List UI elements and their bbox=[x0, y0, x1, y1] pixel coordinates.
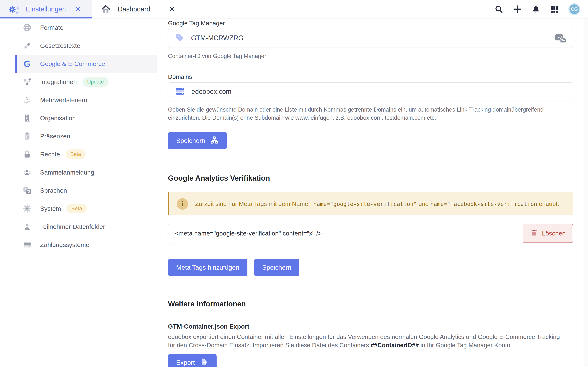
sidebar-item-label: Sprachen bbox=[40, 187, 67, 194]
tag-icon bbox=[176, 33, 184, 43]
beta-badge: Beta bbox=[66, 150, 86, 159]
sidebar-item-label: Gesetzestexte bbox=[40, 42, 80, 49]
language-icon: A bbox=[22, 186, 32, 195]
meta-buttons-row: Meta Tags hinzufügen Speichern bbox=[168, 259, 573, 276]
more-info-title: Weitere Informationen bbox=[168, 299, 573, 309]
close-icon[interactable]: ✕ bbox=[75, 6, 81, 13]
domains-label: Domains bbox=[168, 73, 573, 81]
beta-badge: Beta bbox=[67, 204, 87, 213]
lock-icon bbox=[22, 150, 32, 159]
grid-icon[interactable] bbox=[550, 5, 559, 14]
tax-icon: $ bbox=[22, 95, 32, 105]
delete-button[interactable]: Löschen bbox=[523, 224, 573, 243]
verification-notice-text: Zurzeit sind nur Meta Tags mit dem Namen… bbox=[195, 200, 559, 208]
section-divider bbox=[168, 158, 573, 158]
users-icon bbox=[22, 168, 32, 177]
domains-input-box bbox=[168, 82, 573, 101]
home-icon bbox=[100, 3, 111, 15]
sidebar-item-label: Integrationen bbox=[40, 78, 77, 85]
sidebar-item-label: System bbox=[40, 205, 61, 212]
domains-helper: Geben Sie die gewünschte Domain oder ein… bbox=[168, 106, 573, 122]
main-layout: Formate Gesetzestexte G Google & E-Comme… bbox=[0, 18, 588, 367]
plus-icon[interactable] bbox=[513, 5, 522, 14]
sidebar-item-rechte[interactable]: Rechte Beta bbox=[15, 145, 157, 163]
server-icon bbox=[176, 87, 185, 96]
save-button[interactable]: Speichern bbox=[168, 132, 227, 149]
add-meta-tags-button[interactable]: Meta Tags hinzufügen bbox=[168, 259, 247, 276]
sidebar-item-sammelanmeldung[interactable]: Sammelanmeldung bbox=[15, 163, 157, 181]
sidebar-item-label: Teilnehmer Datenfelder bbox=[40, 223, 105, 230]
gtm-label: Google Tag Manager bbox=[168, 20, 573, 27]
gtm-input[interactable] bbox=[191, 34, 555, 42]
building-icon bbox=[22, 113, 32, 123]
gavel-icon bbox=[22, 41, 32, 50]
update-badge: Update bbox=[82, 77, 109, 87]
sidebar-item-integrationen[interactable]: Integrationen Update bbox=[15, 73, 157, 91]
sidebar-item-organisation[interactable]: Organisation bbox=[15, 109, 157, 127]
sidebar-item-teilnehmer-datenfelder[interactable]: Teilnehmer Datenfelder bbox=[15, 217, 157, 236]
integrations-icon bbox=[22, 77, 32, 86]
sidebar-item-zahlungssysteme[interactable]: Zahlungssysteme bbox=[15, 236, 157, 254]
settings-content: Google Tag Manager ···I 9+ Container-ID … bbox=[158, 18, 584, 367]
gtm-export-subtitle: GTM-Container.json Export bbox=[168, 323, 573, 330]
export-button-label: Export bbox=[176, 359, 195, 366]
tab-label: Einstellungen bbox=[26, 5, 66, 13]
globe-icon bbox=[22, 23, 32, 32]
sidebar-item-label: Mehrwertsteuern bbox=[40, 96, 87, 104]
top-actions: CG bbox=[495, 0, 588, 18]
settings-sidebar: Formate Gesetzestexte G Google & E-Comme… bbox=[15, 18, 158, 367]
extension-icon[interactable]: ···I 9+ bbox=[555, 33, 567, 43]
clipboard-icon bbox=[22, 132, 32, 141]
tab-label: Dashboard bbox=[118, 5, 150, 13]
sidebar-item-mehrwertsteuern[interactable]: $ Mehrwertsteuern bbox=[15, 91, 157, 109]
svg-text:$: $ bbox=[26, 96, 28, 100]
meta-tag-row: Löschen bbox=[168, 224, 573, 243]
trash-icon bbox=[530, 229, 538, 238]
credit-card-icon bbox=[22, 240, 32, 249]
bell-icon[interactable] bbox=[531, 5, 540, 14]
top-bar: Einstellungen ✕ Dashboard ✕ bbox=[0, 0, 588, 18]
export-button[interactable]: Export bbox=[168, 354, 217, 367]
sidebar-item-google-ecommerce[interactable]: G Google & E-Commerce bbox=[15, 55, 157, 73]
save-button-label: Speichern bbox=[176, 137, 205, 144]
gears-icon bbox=[8, 3, 20, 15]
tab-einstellungen[interactable]: Einstellungen ✕ bbox=[0, 0, 92, 18]
add-meta-tags-label: Meta Tags hinzufügen bbox=[176, 264, 239, 271]
save-meta-button[interactable]: Speichern bbox=[254, 259, 300, 276]
file-export-icon bbox=[200, 357, 209, 367]
sidebar-item-label: Organisation bbox=[40, 115, 76, 122]
left-gutter bbox=[0, 18, 15, 367]
sidebar-item-praesenzen[interactable]: Präsenzen bbox=[15, 127, 157, 145]
gtm-helper: Container-ID von Google Tag Manager bbox=[168, 52, 573, 60]
meta-tag-input[interactable] bbox=[168, 224, 523, 243]
verification-title: Google Analytics Verifikation bbox=[168, 173, 573, 183]
save-meta-label: Speichern bbox=[262, 264, 291, 271]
sidebar-item-formate[interactable]: Formate bbox=[15, 18, 157, 37]
info-icon: i bbox=[177, 198, 188, 210]
gtm-input-box: ···I 9+ bbox=[168, 29, 573, 47]
tab-dashboard[interactable]: Dashboard ✕ bbox=[92, 0, 186, 18]
sidebar-item-label: Präsenzen bbox=[40, 133, 70, 140]
sidebar-item-sprachen[interactable]: A Sprachen bbox=[15, 181, 157, 200]
gear-icon bbox=[22, 204, 32, 213]
container-id-placeholder: ##ContainerID## bbox=[371, 342, 419, 349]
sidebar-item-gesetzestexte[interactable]: Gesetzestexte bbox=[15, 37, 157, 55]
scrollbar-track[interactable] bbox=[584, 18, 588, 367]
sidebar-item-label: Google & E-Commerce bbox=[40, 60, 105, 67]
sidebar-item-label: Zahlungssysteme bbox=[40, 241, 89, 248]
domains-input[interactable] bbox=[192, 88, 567, 95]
sidebar-item-label: Sammelanmeldung bbox=[40, 169, 94, 176]
avatar[interactable]: CG bbox=[568, 3, 580, 15]
sidebar-item-system[interactable]: System Beta bbox=[15, 200, 157, 217]
person-icon bbox=[22, 222, 32, 231]
verification-notice: i Zurzeit sind nur Meta Tags mit dem Nam… bbox=[168, 192, 573, 215]
google-icon: G bbox=[22, 59, 32, 69]
search-icon[interactable] bbox=[495, 5, 503, 14]
sitemap-icon bbox=[210, 136, 218, 146]
sidebar-item-label: Formate bbox=[40, 24, 64, 31]
sidebar-item-label: Rechte bbox=[40, 151, 60, 158]
close-icon[interactable]: ✕ bbox=[169, 6, 175, 13]
gtm-export-description: edoobox exportiert einen Container mit a… bbox=[168, 333, 567, 349]
delete-button-label: Löschen bbox=[542, 230, 566, 237]
